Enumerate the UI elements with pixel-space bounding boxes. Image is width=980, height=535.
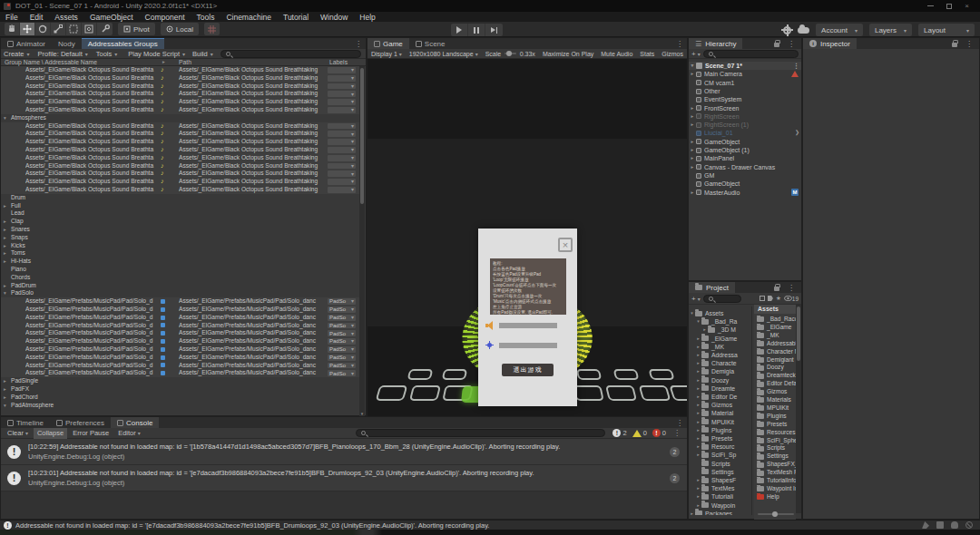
group-row[interactable]: ▾PadSolo xyxy=(1,289,360,297)
labels-dropdown[interactable]: ▾ xyxy=(328,75,356,82)
project-tree-resourc[interactable]: ▸Resourc xyxy=(689,443,752,451)
project-tree-characte[interactable]: ▸Characte xyxy=(689,359,752,367)
labels-dropdown[interactable]: PadSo▾ xyxy=(328,338,356,345)
hierarchy-item-gameobject-1[interactable]: ▸GameObject (1) xyxy=(689,146,801,154)
hierarchy-item-gm[interactable]: GM xyxy=(689,171,801,180)
table-row[interactable]: Assets/_ElGame/Prefabs/MusicPad/Pad/Solo… xyxy=(1,306,360,314)
collapse-arrow-icon[interactable]: ▸ xyxy=(4,202,6,210)
expand-arrow-icon[interactable]: ▾ xyxy=(4,402,6,410)
group-row[interactable]: ▸Snaps xyxy=(1,234,360,242)
project-tree-demigia[interactable]: ▸Demigia xyxy=(689,367,752,375)
pad[interactable] xyxy=(605,385,637,401)
menu-assets[interactable]: Assets xyxy=(54,13,78,22)
pad[interactable] xyxy=(669,385,687,401)
collapse-arrow-icon[interactable]: ▸ xyxy=(695,343,701,351)
user-icon[interactable] xyxy=(951,521,958,529)
group-row[interactable]: ▸PadDrum xyxy=(1,282,360,290)
kebab-menu-icon[interactable]: ⋮ xyxy=(784,284,799,292)
table-row[interactable]: Assets/_ElGame/Prefabs/MusicPad/Pad/Solo… xyxy=(1,322,360,330)
menu-cinemachine[interactable]: Cinemachine xyxy=(226,13,271,22)
project-tree-addressa[interactable]: ▸Addressa xyxy=(689,351,752,359)
group-row[interactable]: ▸PadChord xyxy=(1,394,360,402)
minimize-icon[interactable] xyxy=(927,5,934,6)
labels-dropdown[interactable]: ▾ xyxy=(328,91,356,97)
group-row[interactable]: ▸Clap xyxy=(1,218,360,226)
search-by-label-icon[interactable] xyxy=(768,296,773,301)
collapse-arrow-icon[interactable]: ▸ xyxy=(4,234,6,242)
transform-tool-icon[interactable] xyxy=(82,23,97,35)
resolution-dropdown[interactable]: 1920x1080 Landscape▾ xyxy=(406,51,482,57)
table-row[interactable]: Assets/_ElGame/Black Octopus Sound Breat… xyxy=(1,83,360,91)
collapse-arrow-icon[interactable]: ▸ xyxy=(689,70,696,78)
labels-dropdown[interactable]: ▾ xyxy=(328,139,356,145)
collapse-arrow-icon[interactable]: ▸ xyxy=(695,359,701,367)
project-tree-dreamte[interactable]: ▸Dreamte xyxy=(689,384,752,393)
table-row[interactable]: Assets/_ElGame/Black Octopus Sound Breat… xyxy=(1,154,360,162)
collapse-arrow-icon[interactable]: ▸ xyxy=(689,146,696,154)
project-tree-plugins[interactable]: ▸Plugins xyxy=(689,426,752,434)
console-tab-console[interactable]: Console xyxy=(111,417,159,428)
package-icon[interactable] xyxy=(936,521,944,529)
project-tree-elgame[interactable]: ▸_ElGame xyxy=(689,335,752,343)
tab-hierarchy[interactable]: ☰Hierarchy xyxy=(689,38,742,49)
pause-button[interactable] xyxy=(468,24,485,36)
collapse-arrow-icon[interactable]: ▸ xyxy=(689,163,696,171)
table-row[interactable]: Assets/_ElGame/Black Octopus Sound Breat… xyxy=(1,122,360,131)
collapse-arrow-icon[interactable]: ▸ xyxy=(4,377,6,385)
group-row[interactable]: ▾Atmospheres xyxy=(1,114,360,122)
kebab-menu-icon[interactable]: ⋮ xyxy=(672,417,687,428)
project-tree-shapesf[interactable]: ▸ShapesF xyxy=(689,476,752,484)
hierarchy-item-canvas-drawer-canvas[interactable]: ▸Canvas - Drawer Canvas xyxy=(689,163,801,171)
local-toggle[interactable]: Local xyxy=(161,23,199,35)
collapse-arrow-icon[interactable]: ▸ xyxy=(689,112,696,121)
left-tab-nody[interactable]: Nody xyxy=(52,38,82,49)
collapse-arrow-icon[interactable]: ▸ xyxy=(695,451,701,459)
pad[interactable] xyxy=(442,369,468,380)
project-tree-editor-de[interactable]: ▸Editor De xyxy=(689,393,752,401)
rotate-tool-icon[interactable] xyxy=(35,23,51,35)
clear-button[interactable]: Clear▾ xyxy=(4,428,32,439)
collapse-arrow-icon[interactable]: ▸ xyxy=(4,226,6,234)
labels-dropdown[interactable]: ▾ xyxy=(328,179,356,185)
menu-gameobject[interactable]: GameObject xyxy=(90,13,133,22)
table-row[interactable]: Assets/_ElGame/Prefabs/MusicPad/Pad/Solo… xyxy=(1,329,360,337)
project-folder-tutorialinfo[interactable]: TutorialInfo xyxy=(754,477,796,485)
menu-tools[interactable]: Tools xyxy=(197,13,215,22)
create-dropdown[interactable]: Create▾ xyxy=(4,50,30,58)
collapse-arrow-icon[interactable]: ▸ xyxy=(695,484,701,492)
project-search-input[interactable] xyxy=(703,295,741,303)
project-tree-bad-ra[interactable]: ▾_Bad_Ra xyxy=(689,317,752,326)
project-folder-mpuikit[interactable]: MPUIKit xyxy=(754,404,796,413)
play-mode-script-dropdown[interactable]: Play Mode Script▾ xyxy=(128,50,185,58)
collapse-arrow-icon[interactable]: ▸ xyxy=(695,443,701,451)
collapse-arrow-icon[interactable]: ▸ xyxy=(4,249,6,258)
collapse-arrow-icon[interactable]: ▸ xyxy=(4,242,6,250)
project-tree-scifi-sp[interactable]: ▸SciFi_Sp xyxy=(689,451,752,459)
labels-dropdown[interactable]: PadSo▾ xyxy=(328,346,356,353)
expand-arrow-icon[interactable]: ▾ xyxy=(689,309,695,317)
collapse-arrow-icon[interactable]: ▸ xyxy=(695,409,701,417)
group-row[interactable]: ▾PadAtmosphere xyxy=(1,402,360,410)
tab-project[interactable]: Project xyxy=(689,282,735,293)
hierarchy-item-scene-07-1[interactable]: ▾Scene_07 1*⋮ xyxy=(689,62,801,70)
table-row[interactable]: Assets/_ElGame/Black Octopus Sound Breat… xyxy=(1,130,360,138)
hierarchy-item-other[interactable]: Other xyxy=(689,87,801,95)
table-row[interactable]: Assets/_ElGame/Black Octopus Sound Breat… xyxy=(1,146,360,154)
lock-icon[interactable] xyxy=(774,287,779,291)
layers-dropdown[interactable]: Layers▾ xyxy=(869,24,912,36)
labels-dropdown[interactable]: ▾ xyxy=(328,67,356,73)
collapse-arrow-icon[interactable]: ▸ xyxy=(695,384,701,393)
project-folder-textmesh-pr[interactable]: TextMesh Pr xyxy=(754,469,796,477)
project-folder-gizmos[interactable]: Gizmos xyxy=(754,388,796,396)
lock-icon[interactable] xyxy=(952,43,957,47)
hierarchy-item-cm-vcam1[interactable]: CM vcam1 xyxy=(689,79,801,87)
collapse-arrow-icon[interactable]: ▸ xyxy=(689,104,696,112)
collapse-arrow-icon[interactable]: ▸ xyxy=(695,418,701,426)
pad[interactable] xyxy=(639,385,671,401)
labels-dropdown[interactable]: PadSo▾ xyxy=(328,363,356,369)
collapse-arrow-icon[interactable]: ▸ xyxy=(4,258,6,266)
error-filter-toggle[interactable]: !0 xyxy=(652,429,666,437)
project-tree-doozy[interactable]: ▸Doozy xyxy=(689,376,752,384)
volume-slider[interactable] xyxy=(499,323,557,328)
collapse-arrow-icon[interactable]: ▸ xyxy=(695,393,701,401)
